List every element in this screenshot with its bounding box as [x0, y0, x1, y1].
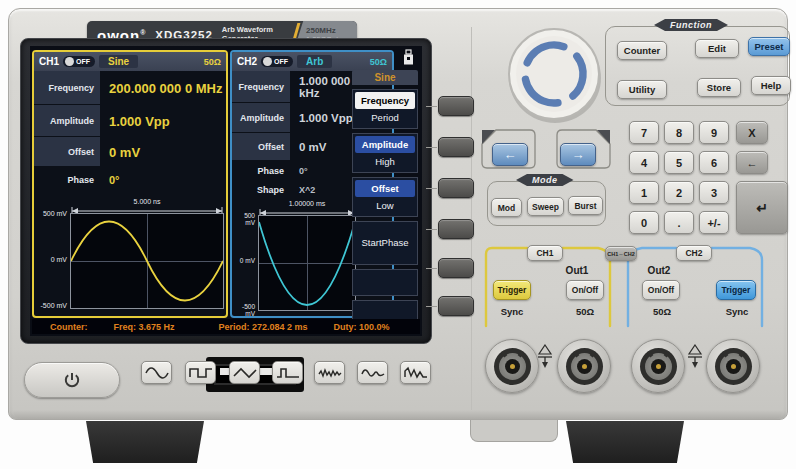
numpad-enter[interactable]: ↵: [736, 181, 788, 234]
mod-button[interactable]: Mod: [491, 198, 522, 217]
out2-onoff-button[interactable]: On/Off: [642, 280, 680, 300]
numpad-2[interactable]: 2: [664, 181, 694, 204]
noise-wave-button[interactable]: [314, 361, 345, 384]
menu-item-high: High: [355, 153, 415, 170]
softkey-5[interactable]: [438, 258, 474, 278]
ch2-span-label: 1.00000 ms: [258, 200, 356, 207]
ch1-span-label: 5.000 ns: [70, 198, 224, 205]
ch1-output-toggle: OFF: [63, 56, 95, 67]
burst-button[interactable]: Burst: [568, 196, 603, 215]
numpad-6[interactable]: 6: [699, 151, 729, 174]
softkey-3[interactable]: [438, 178, 474, 198]
power-icon: [63, 371, 81, 389]
ch2-sync-label: Sync: [715, 306, 759, 317]
channel-swap-button[interactable]: CH1⇔CH2: [605, 246, 637, 261]
counter-button[interactable]: Counter: [617, 41, 667, 60]
ch2-select-button[interactable]: CH2: [676, 245, 712, 261]
counter-duty: Duty: 100.0%: [334, 322, 390, 332]
out1-label: Out1: [555, 265, 599, 276]
edit-button[interactable]: Edit: [695, 39, 739, 58]
softkey-2[interactable]: [438, 137, 474, 157]
menu-item-offset: Offset: [355, 180, 415, 197]
ch2-sync-connector: [706, 339, 760, 393]
foot-left: [86, 421, 204, 463]
preset-button[interactable]: Preset: [748, 37, 790, 56]
function-section-label: Function: [654, 19, 728, 31]
ch1-sync-label: Sync: [490, 306, 534, 317]
softkey-6[interactable]: [438, 296, 474, 316]
numpad-9[interactable]: 9: [699, 121, 729, 144]
foot-right: [566, 421, 684, 463]
noise-icon: [318, 366, 342, 380]
numpad-backspace[interactable]: ←: [736, 151, 768, 174]
mode-section-label: Mode: [516, 174, 574, 186]
ch1-plot: 5.000 ns 500 mV 0 mV -500 mV: [38, 200, 226, 314]
numpad-1[interactable]: 1: [629, 181, 659, 204]
rotary-knob[interactable]: [504, 26, 604, 124]
right-arrow-button[interactable]: →: [560, 143, 596, 166]
counter-frequency: Freq: 3.675 Hz: [114, 322, 175, 332]
numpad-dot[interactable]: .: [664, 211, 694, 234]
menu-item-period: Period: [355, 109, 415, 126]
store-button[interactable]: Store: [697, 78, 741, 97]
numpad-7[interactable]: 7: [629, 121, 659, 144]
ch2-impedance: 50Ω: [370, 57, 387, 67]
ch2-toggle-state: OFF: [274, 58, 288, 65]
sweep-button[interactable]: Sweep: [527, 197, 564, 216]
pulse-wave-button[interactable]: [272, 361, 303, 384]
harmonic-wave-button[interactable]: [357, 361, 388, 384]
harmonic-icon: [361, 366, 385, 380]
ch1-trigger-button[interactable]: Trigger: [493, 280, 531, 300]
numpad-8[interactable]: 8: [664, 121, 694, 144]
triangle-icon: [233, 366, 257, 380]
square-icon: [189, 366, 213, 380]
ch2-output-toggle: OFF: [261, 56, 293, 67]
out1-onoff-button[interactable]: On/Off: [566, 280, 604, 300]
triangle-wave-button[interactable]: [229, 361, 260, 384]
pulse-icon: [276, 366, 300, 380]
ch2-trigger-button[interactable]: Trigger: [716, 280, 756, 300]
numpad-delete[interactable]: X: [736, 121, 768, 144]
registered-mark: ®: [140, 29, 146, 36]
display-screen: CH1 OFF Sine 50Ω Frequency 200.000 000 0…: [30, 46, 422, 336]
menu-item-startphase: StartPhase: [355, 224, 415, 262]
numpad-plusminus[interactable]: +/-: [699, 211, 729, 234]
counter-label: Counter:: [50, 322, 88, 332]
ch1-select-button[interactable]: CH1: [527, 245, 563, 261]
menu-group-offset: Offset Low: [352, 177, 418, 217]
ch1-amplitude-row: Amplitude 1.000 Vpp: [34, 105, 226, 137]
ch2-parabola-waveform: [259, 216, 355, 310]
square-wave-button[interactable]: [185, 361, 216, 384]
counter-period: Period: 272.084 2 ms: [219, 322, 308, 332]
ground-warning-icon: [537, 344, 553, 370]
menu-item-low: Low: [355, 197, 415, 214]
ch1-frequency-row: Frequency 200.000 000 0 MHz: [34, 71, 226, 105]
softkey-1[interactable]: [438, 96, 474, 116]
ch1-offset-row: Offset 0 mV: [34, 137, 226, 167]
ch1-phase-row: Phase 0°: [34, 167, 226, 193]
power-button[interactable]: [24, 362, 120, 398]
menu-item-amplitude: Amplitude: [355, 136, 415, 153]
menu-item-frequency: Frequency: [355, 92, 415, 109]
usb-drive-icon: [402, 49, 415, 66]
ch1-plot-box: [70, 213, 224, 309]
numpad-5[interactable]: 5: [664, 151, 694, 174]
utility-button[interactable]: Utility: [617, 80, 667, 99]
ch2-plot-box: [258, 215, 356, 311]
menu-group-frequency: Frequency Period: [352, 89, 418, 129]
ch2-output-connector: [631, 339, 685, 393]
ch2-header: CH2 OFF Arb 50Ω: [232, 52, 392, 71]
sine-wave-button[interactable]: [141, 361, 172, 384]
ch2-plot: 1.00000 ms 500 mV 0 mV -500 mV: [234, 202, 358, 314]
arbitrary-wave-button[interactable]: [400, 361, 431, 384]
arbitrary-icon: [404, 366, 428, 380]
numpad-0[interactable]: 0: [629, 211, 659, 234]
numpad-3[interactable]: 3: [699, 181, 729, 204]
help-button[interactable]: Help: [751, 76, 791, 95]
ch2-title: CH2: [237, 56, 257, 67]
softkey-4[interactable]: [438, 219, 474, 239]
left-arrow-button[interactable]: ←: [492, 143, 528, 166]
numpad-4[interactable]: 4: [629, 151, 659, 174]
ch1-sine-waveform: [71, 214, 223, 308]
toggle-knob-icon: [263, 57, 272, 66]
